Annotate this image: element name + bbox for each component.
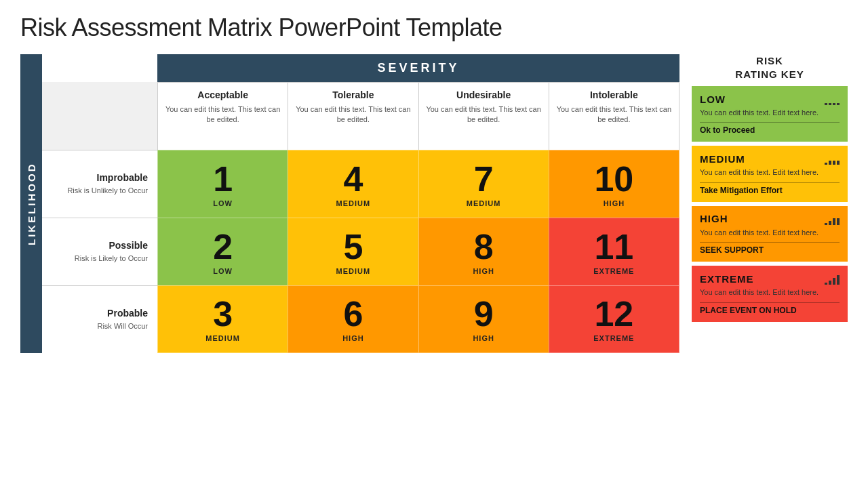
rating-card-desc-0: You can edit this text. Edit text here. <box>700 108 840 118</box>
data-row-1: Possible Risk is Likely to Occur 2 LOW 5… <box>42 218 679 285</box>
cell-level-0-2: MEDIUM <box>467 199 501 207</box>
rating-card-extreme: EXTREME You can edit this text. Edit tex… <box>692 266 848 321</box>
cell-number-1-0: 2 <box>213 229 233 264</box>
cell-level-2-0: MEDIUM <box>205 334 240 342</box>
cell-number-1-3: 11 <box>594 229 633 264</box>
data-row-0: Improbable Risk is Unlikely to Occur 1 L… <box>42 150 679 218</box>
col-header-title-0: Acceptable <box>163 89 282 100</box>
rating-card-action-0: Ok to Proceed <box>700 125 840 135</box>
cells-row-1: 2 LOW 5 MEDIUM 8 HIGH 11 EXTREME <box>157 218 679 285</box>
cell-level-1-1: MEDIUM <box>336 267 371 275</box>
cell-0-3: 10 HIGH <box>549 150 679 218</box>
cell-number-0-1: 4 <box>343 161 363 197</box>
cell-number-1-1: 5 <box>343 229 363 264</box>
cell-level-2-3: EXTREME <box>593 334 634 342</box>
cell-0-2: 7 MEDIUM <box>418 150 549 218</box>
col-header-desc-1: You can edit this text. This text can be… <box>294 104 412 125</box>
cells-row-2: 3 MEDIUM 6 HIGH 9 HIGH 12 EXTREME <box>157 285 679 353</box>
likelihood-label: LIKELIHOOD <box>20 54 42 353</box>
col-header-0: Acceptable You can edit this text. This … <box>157 82 288 150</box>
cell-number-1-2: 8 <box>474 229 494 264</box>
cell-2-2: 9 HIGH <box>418 285 549 353</box>
cell-number-0-0: 1 <box>213 161 233 197</box>
page-title: Risk Assessment Matrix PowerPoint Templa… <box>20 14 848 42</box>
cells-row-0: 1 LOW 4 MEDIUM 7 MEDIUM 10 HIGH <box>157 150 679 218</box>
col-header-desc-2: You can edit this text. This text can be… <box>425 104 543 125</box>
col-headers: Acceptable You can edit this text. This … <box>157 82 679 150</box>
cell-number-2-2: 9 <box>474 296 494 331</box>
rating-card-header-3: EXTREME <box>700 272 840 285</box>
col-header-desc-0: You can edit this text. This text can be… <box>163 104 282 125</box>
rating-card-name-2: HIGH <box>700 213 728 224</box>
cell-2-0: 3 MEDIUM <box>157 285 288 353</box>
matrix-section: LIKELIHOOD SEVERITY Acceptable You can e… <box>20 54 679 353</box>
data-row-2: Probable Risk Will Occur 3 MEDIUM 6 HIGH… <box>42 285 679 353</box>
rating-card-high: HIGH You can edit this text. Edit text h… <box>692 206 848 262</box>
cell-2-3: 12 EXTREME <box>549 285 679 353</box>
rating-card-action-1: Take Mitigation Effort <box>700 186 840 195</box>
cell-0-1: 4 MEDIUM <box>288 150 418 218</box>
bar-icon-1 <box>825 152 840 165</box>
matrix-inner: SEVERITY Acceptable You can edit this te… <box>42 54 679 353</box>
rating-card-medium: MEDIUM You can edit this text. Edit text… <box>692 146 848 201</box>
rating-card-action-2: SEEK SUPPORT <box>700 245 840 255</box>
rating-card-low: LOW You can edit this text. Edit text he… <box>692 86 848 142</box>
bar-icon-3 <box>825 272 840 285</box>
cell-level-2-1: HIGH <box>342 334 364 342</box>
col-header-1: Tolerable You can edit this text. This t… <box>288 82 418 150</box>
cell-2-1: 6 HIGH <box>288 285 418 353</box>
row-label-desc-2: Risk Will Occur <box>97 321 148 331</box>
bar-icon-2 <box>825 213 840 225</box>
rating-card-divider-0 <box>700 122 840 123</box>
cell-0-0: 1 LOW <box>157 150 288 218</box>
cell-level-2-2: HIGH <box>473 334 494 342</box>
rating-card-divider-2 <box>700 242 840 243</box>
rating-card-desc-3: You can edit this text. Edit text here. <box>700 287 840 298</box>
rating-card-action-3: PLACE EVENT ON HOLD <box>700 306 840 315</box>
cell-1-2: 8 HIGH <box>418 218 549 285</box>
cell-number-0-2: 7 <box>474 161 494 197</box>
rating-card-name-3: EXTREME <box>700 273 754 285</box>
row-label-desc-1: Risk is Likely to Occur <box>75 253 148 263</box>
cell-level-1-3: EXTREME <box>593 267 634 275</box>
cell-1-1: 5 MEDIUM <box>288 218 418 285</box>
data-rows: Improbable Risk is Unlikely to Occur 1 L… <box>42 150 679 353</box>
row-label-1: Possible Risk is Likely to Occur <box>42 218 157 285</box>
cell-number-0-3: 10 <box>594 161 633 197</box>
col-header-desc-3: You can edit this text. This text can be… <box>555 104 673 125</box>
col-header-title-2: Undesirable <box>425 89 543 100</box>
cell-level-1-0: LOW <box>213 267 233 275</box>
row-label-title-2: Probable <box>107 308 148 319</box>
content-area: LIKELIHOOD SEVERITY Acceptable You can e… <box>20 54 848 353</box>
rating-key-title: RISKRATING KEY <box>692 54 848 81</box>
rating-key: RISKRATING KEY LOW You can edit this tex… <box>692 54 848 326</box>
cell-level-0-0: LOW <box>213 199 233 207</box>
cell-1-3: 11 EXTREME <box>549 218 679 285</box>
rating-card-header-1: MEDIUM <box>700 152 840 165</box>
rating-card-divider-1 <box>700 182 840 183</box>
row-label-2: Probable Risk Will Occur <box>42 285 157 353</box>
row-label-title-0: Improbable <box>97 172 148 183</box>
cell-number-2-3: 12 <box>594 296 633 331</box>
row-label-desc-0: Risk is Unlikely to Occur <box>67 186 148 195</box>
rating-card-header-0: LOW <box>700 93 840 105</box>
rating-card-name-1: MEDIUM <box>700 153 745 165</box>
row-label-0: Improbable Risk is Unlikely to Occur <box>42 150 157 218</box>
rating-card-header-2: HIGH <box>700 213 840 225</box>
col-header-title-3: Intolerable <box>555 89 673 100</box>
rating-card-divider-3 <box>700 302 840 303</box>
cell-level-0-3: HIGH <box>604 199 625 207</box>
col-headers-row: Acceptable You can edit this text. This … <box>42 82 679 150</box>
cell-level-1-2: HIGH <box>473 267 494 275</box>
rating-card-desc-1: You can edit this text. Edit text here. <box>700 167 840 178</box>
cell-number-2-0: 3 <box>213 296 233 331</box>
rating-card-name-0: LOW <box>700 94 726 105</box>
bar-icon-0 <box>825 93 840 105</box>
severity-header: SEVERITY <box>157 54 679 82</box>
cell-level-0-1: MEDIUM <box>336 199 371 207</box>
row-label-title-1: Possible <box>108 240 148 251</box>
cell-number-2-1: 6 <box>343 296 363 331</box>
row-label-spacer <box>42 82 157 150</box>
cell-1-0: 2 LOW <box>157 218 288 285</box>
rating-card-desc-2: You can edit this text. Edit text here. <box>700 228 840 238</box>
